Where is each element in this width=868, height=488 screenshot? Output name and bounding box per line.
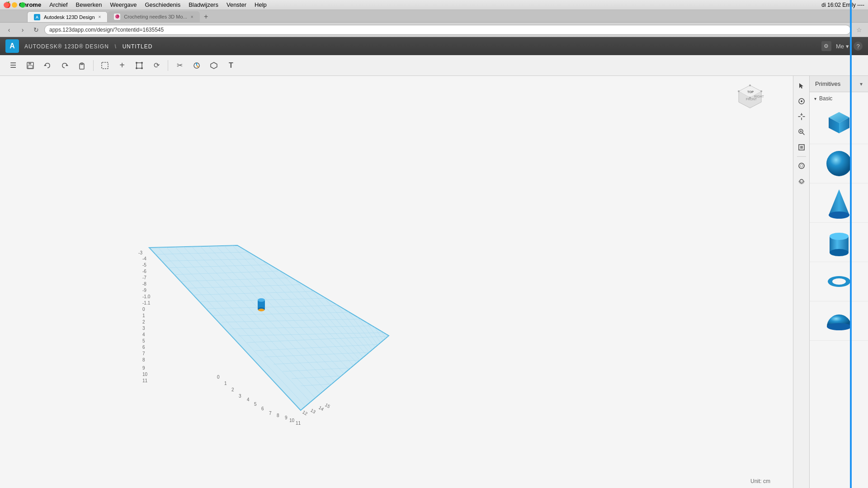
- tab-crocheting[interactable]: 🧶 Crocheting needles 3D Mo... ×: [108, 11, 199, 22]
- minimize-window-btn[interactable]: [12, 2, 17, 8]
- svg-point-136: [830, 249, 849, 256]
- pan-button[interactable]: [795, 110, 808, 123]
- close-window-btn[interactable]: [4, 2, 9, 8]
- svg-point-113: [760, 90, 762, 92]
- browser-chrome: A Autodesk 123D Design × 🧶 Crocheting ne…: [0, 10, 868, 37]
- tab-autodesk[interactable]: A Autodesk 123D Design ×: [27, 11, 108, 22]
- svg-text:RIGHT: RIGHT: [754, 95, 764, 98]
- primitives-panel: Primitives ▾ ▾ Basic: [809, 76, 868, 488]
- document-title: UNTITLED: [123, 43, 153, 50]
- basic-section-header[interactable]: ▾ Basic: [810, 92, 868, 105]
- fit-view-button[interactable]: [795, 141, 808, 154]
- menu-weergave[interactable]: Weergave: [110, 1, 137, 8]
- svg-marker-132: [829, 189, 849, 215]
- basic-section: ▾ Basic: [810, 92, 868, 341]
- new-tab-button[interactable]: +: [200, 11, 212, 22]
- forward-button[interactable]: ›: [17, 24, 28, 35]
- url-input[interactable]: [44, 25, 851, 35]
- navigation-cube[interactable]: FRONT RIGHT TOP: [734, 83, 766, 115]
- primitive-torus[interactable]: [810, 262, 868, 301]
- svg-point-117: [801, 100, 802, 102]
- svg-text:4: 4: [142, 332, 145, 337]
- app-header: A AUTODESK® 123D® DESIGN \ UNTITLED ⚙ Me…: [0, 37, 868, 55]
- app-shell: A AUTODESK® 123D® DESIGN \ UNTITLED ⚙ Me…: [0, 37, 868, 488]
- svg-point-133: [829, 211, 849, 219]
- svg-text:1: 1: [224, 381, 227, 386]
- svg-text:TOP: TOP: [747, 90, 754, 94]
- svg-text:10: 10: [289, 418, 295, 423]
- bookmark-button[interactable]: ☆: [854, 24, 864, 35]
- svg-marker-4: [66, 64, 68, 66]
- 3d-viewport[interactable]: -3 -4 -5 -6 -7 -8 -9 -1.0 -1.1 0 1 2 3 4…: [0, 76, 793, 488]
- svg-text:2: 2: [142, 319, 145, 324]
- tab-favicon-autodesk: A: [34, 14, 40, 20]
- menu-bewerken[interactable]: Bewerken: [76, 1, 102, 8]
- tab-close-crocheting[interactable]: ×: [191, 14, 193, 19]
- svg-text:-9: -9: [142, 288, 146, 293]
- menu-geschiedenis[interactable]: Geschiedenis: [145, 1, 180, 8]
- svg-point-104: [258, 298, 265, 302]
- svg-text:6: 6: [261, 406, 264, 411]
- menu-venster[interactable]: Venster: [226, 1, 246, 8]
- primitive-hemisphere[interactable]: [810, 301, 868, 341]
- basic-title: Basic: [819, 95, 832, 102]
- me-menu[interactable]: Me ▾: [836, 43, 849, 50]
- menu-button[interactable]: ☰: [5, 58, 21, 73]
- menu-archief[interactable]: Archief: [49, 1, 67, 8]
- svg-text:0: 0: [142, 307, 145, 312]
- menu-help[interactable]: Help: [255, 1, 267, 8]
- svg-text:5: 5: [142, 338, 145, 343]
- svg-text:-4: -4: [142, 256, 146, 261]
- refresh-tool-button[interactable]: ⟳: [149, 58, 164, 73]
- app-brand-title: AUTODESK® 123D® DESIGN \ UNTITLED: [24, 43, 152, 50]
- accent-divider: [850, 76, 852, 488]
- primitive-box[interactable]: [810, 105, 868, 144]
- paste-button[interactable]: [74, 58, 90, 73]
- svg-text:8: 8: [277, 413, 279, 418]
- settings-icon[interactable]: ⚙: [821, 41, 831, 51]
- header-right: ⚙ Me ▾ ?: [821, 41, 863, 51]
- svg-rect-6: [80, 63, 83, 65]
- tab-title-crocheting: Crocheting needles 3D Mo...: [124, 14, 187, 19]
- svg-text:9: 9: [285, 415, 288, 420]
- unit-value: cm: [763, 478, 770, 484]
- toolbar-separator-2: [168, 60, 168, 71]
- select-tool-button[interactable]: [97, 58, 113, 73]
- svg-text:0: 0: [217, 375, 220, 380]
- brand-name: AUTODESK® 123D® DESIGN: [24, 43, 109, 50]
- tab-favicon-crocheting: 🧶: [114, 14, 120, 20]
- datetime-display: di 16:02 Emily ----: [821, 2, 864, 8]
- help-button[interactable]: ?: [854, 42, 863, 51]
- svg-text:11: 11: [142, 378, 148, 383]
- save-button[interactable]: [23, 58, 38, 73]
- maximize-window-btn[interactable]: [20, 2, 25, 8]
- orbit-button[interactable]: [795, 95, 808, 108]
- tab-close-autodesk[interactable]: ×: [99, 14, 101, 19]
- zoom-button[interactable]: [795, 126, 808, 138]
- primitive-cylinder[interactable]: [810, 223, 868, 262]
- primitive-sphere[interactable]: [810, 144, 868, 183]
- grid-settings-button[interactable]: [795, 175, 808, 188]
- main-content: -3 -4 -5 -6 -7 -8 -9 -1.0 -1.1 0 1 2 3 4…: [0, 76, 868, 488]
- redo-button[interactable]: [57, 58, 72, 73]
- scissors-button[interactable]: ✂: [172, 58, 187, 73]
- transform-button[interactable]: [132, 58, 147, 73]
- paint-button[interactable]: [189, 58, 204, 73]
- svg-text:-8: -8: [142, 282, 146, 286]
- svg-text:8: 8: [142, 357, 145, 362]
- primitive-cone[interactable]: [810, 183, 868, 223]
- mac-menubar: 🍎 Chrome Archief Bewerken Weergave Gesch…: [0, 0, 868, 10]
- select-mode-button[interactable]: [795, 80, 808, 92]
- add-button[interactable]: +: [114, 58, 130, 73]
- svg-point-138: [827, 323, 851, 330]
- primitives-header[interactable]: Primitives ▾: [810, 76, 868, 92]
- solid-button[interactable]: [206, 58, 222, 73]
- undo-button[interactable]: [40, 58, 55, 73]
- svg-rect-7: [102, 62, 108, 69]
- refresh-button[interactable]: ↻: [31, 24, 42, 35]
- back-button[interactable]: ‹: [4, 24, 14, 35]
- svg-point-11: [136, 67, 137, 69]
- text-button[interactable]: T: [223, 58, 239, 73]
- menu-bladwijzers[interactable]: Bladwijzers: [189, 1, 218, 8]
- perspective-button[interactable]: [795, 160, 808, 172]
